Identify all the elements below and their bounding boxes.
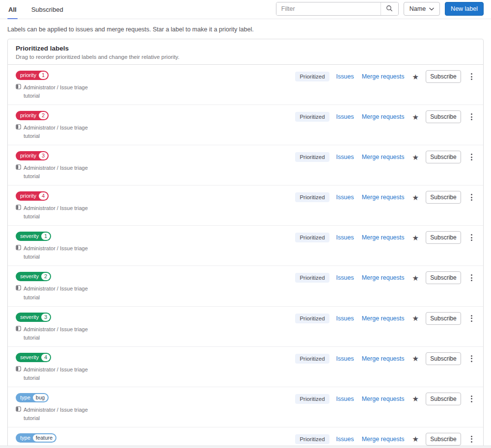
label-value: feature	[33, 434, 55, 442]
label-pill[interactable]: priority 1	[16, 71, 49, 80]
issues-link[interactable]: Issues	[336, 194, 354, 201]
project-icon	[16, 325, 21, 342]
label-pill[interactable]: priority 2	[16, 111, 49, 120]
subscribe-button[interactable]: Subscribe	[426, 352, 461, 365]
label-row: severity 2 Administrator / Issue triage …	[8, 266, 483, 306]
issues-link[interactable]: Issues	[336, 395, 354, 402]
label-options-button[interactable]	[468, 314, 475, 323]
star-icon: ★	[412, 314, 419, 322]
star-icon: ★	[412, 193, 419, 202]
row-actions: Prioritized Issues Merge requests ★ Subs…	[295, 433, 475, 446]
project-path-text: Administrator / Issue triage tutorial	[24, 83, 94, 100]
project-path: Administrator / Issue triage tutorial	[16, 406, 94, 422]
tab-all[interactable]: All	[7, 0, 18, 19]
sort-dropdown[interactable]: Name	[404, 2, 440, 16]
label-pill[interactable]: severity 3	[16, 313, 51, 322]
label-options-button[interactable]	[468, 435, 475, 444]
card-header: Prioritized labels Drag to reorder prior…	[8, 39, 483, 65]
issues-link[interactable]: Issues	[336, 436, 354, 443]
unprioritize-star-button[interactable]: ★	[411, 73, 420, 80]
label-scope: severity	[17, 314, 41, 321]
label-options-button[interactable]	[468, 153, 475, 161]
label-pill[interactable]: type feature	[16, 433, 56, 443]
unprioritize-star-button[interactable]: ★	[411, 194, 420, 201]
label-options-button[interactable]	[468, 193, 475, 202]
subscribe-button[interactable]: Subscribe	[426, 231, 461, 244]
issues-link[interactable]: Issues	[336, 113, 354, 120]
label-options-button[interactable]	[468, 72, 475, 81]
merge-requests-link[interactable]: Merge requests	[362, 395, 405, 402]
merge-requests-link[interactable]: Merge requests	[362, 73, 405, 80]
merge-requests-link[interactable]: Merge requests	[362, 113, 405, 120]
issues-link[interactable]: Issues	[336, 154, 354, 160]
labels-tabs: All Subscribed	[7, 0, 64, 19]
label-pill[interactable]: type bug	[16, 393, 49, 402]
search-icon	[386, 5, 393, 13]
new-label-button[interactable]: New label	[445, 2, 484, 16]
vertical-dots-icon	[471, 395, 472, 402]
merge-requests-link[interactable]: Merge requests	[362, 436, 405, 443]
merge-requests-link[interactable]: Merge requests	[362, 234, 405, 241]
issues-link[interactable]: Issues	[336, 274, 354, 281]
search-button[interactable]	[381, 2, 398, 15]
subscribe-button[interactable]: Subscribe	[426, 191, 461, 204]
merge-requests-link[interactable]: Merge requests	[362, 194, 405, 201]
subscribe-button[interactable]: Subscribe	[426, 271, 461, 284]
subscribe-button[interactable]: Subscribe	[426, 70, 461, 83]
label-options-button[interactable]	[468, 354, 475, 363]
merge-requests-link[interactable]: Merge requests	[362, 355, 405, 362]
merge-requests-link[interactable]: Merge requests	[362, 274, 405, 281]
subscribe-button[interactable]: Subscribe	[426, 393, 461, 405]
label-value: 2	[41, 273, 50, 280]
star-icon: ★	[412, 234, 419, 242]
project-path: Administrator / Issue triage tutorial	[16, 366, 94, 382]
label-scope: severity	[17, 354, 41, 361]
label-pill[interactable]: priority 3	[16, 151, 49, 160]
issues-link[interactable]: Issues	[336, 234, 354, 241]
project-icon	[16, 83, 21, 100]
tab-subscribed[interactable]: Subscribed	[30, 0, 64, 19]
label-row: severity 3 Administrator / Issue triage …	[8, 307, 483, 347]
label-options-button[interactable]	[468, 273, 475, 282]
unprioritize-star-button[interactable]: ★	[411, 274, 420, 282]
prioritized-badge: Prioritized	[295, 152, 329, 162]
subscribe-button[interactable]: Subscribe	[426, 433, 461, 446]
label-options-button[interactable]	[468, 112, 475, 121]
label-scope: type	[17, 394, 33, 401]
subscribe-button[interactable]: Subscribe	[426, 110, 461, 123]
unprioritize-star-button[interactable]: ★	[411, 315, 420, 322]
project-path-text: Administrator / Issue triage tutorial	[24, 285, 94, 301]
unprioritize-star-button[interactable]: ★	[411, 395, 420, 402]
label-column: severity 1 Administrator / Issue triage …	[16, 231, 107, 261]
merge-requests-link[interactable]: Merge requests	[362, 315, 405, 322]
row-actions: Prioritized Issues Merge requests ★ Subs…	[295, 312, 475, 325]
label-column: priority 4 Administrator / Issue triage …	[16, 191, 107, 221]
issues-link[interactable]: Issues	[336, 73, 354, 80]
row-actions: Prioritized Issues Merge requests ★ Subs…	[295, 271, 475, 284]
subscribe-button[interactable]: Subscribe	[426, 312, 461, 325]
label-pill[interactable]: severity 1	[16, 232, 51, 241]
issues-link[interactable]: Issues	[336, 355, 354, 362]
label-pill[interactable]: priority 4	[16, 191, 49, 201]
vertical-dots-icon	[471, 436, 472, 443]
subscribe-button[interactable]: Subscribe	[426, 151, 461, 163]
unprioritize-star-button[interactable]: ★	[411, 154, 420, 161]
label-pill[interactable]: severity 2	[16, 272, 51, 281]
sort-dropdown-label: Name	[409, 5, 426, 12]
label-pill[interactable]: severity 4	[16, 353, 51, 362]
unprioritize-star-button[interactable]: ★	[411, 355, 420, 362]
card-subtitle: Drag to reorder prioritized labels and c…	[16, 54, 475, 60]
project-icon	[16, 204, 21, 221]
prioritized-badge: Prioritized	[295, 233, 329, 242]
prioritized-badge: Prioritized	[295, 273, 329, 283]
label-options-button[interactable]	[468, 233, 475, 242]
merge-requests-link[interactable]: Merge requests	[362, 154, 405, 160]
label-options-button[interactable]	[468, 395, 475, 403]
labels-toolbar: All Subscribed Name New label	[0, 0, 491, 19]
unprioritize-star-button[interactable]: ★	[411, 234, 420, 241]
vertical-dots-icon	[471, 194, 472, 201]
filter-input[interactable]	[276, 2, 381, 15]
unprioritize-star-button[interactable]: ★	[411, 435, 420, 443]
issues-link[interactable]: Issues	[336, 315, 354, 322]
unprioritize-star-button[interactable]: ★	[411, 113, 420, 121]
